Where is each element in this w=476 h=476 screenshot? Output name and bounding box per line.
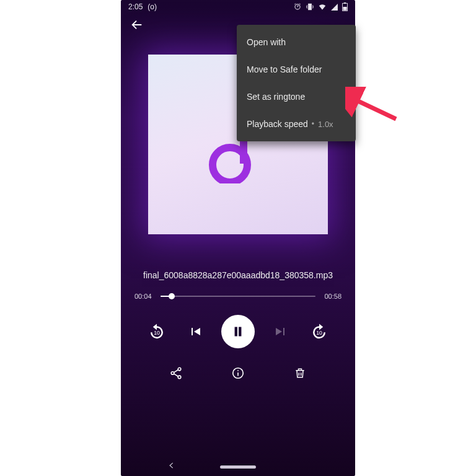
vibrate-icon [306,2,314,11]
alarm-icon [293,2,302,11]
secondary-controls [121,361,355,386]
nav-home-pill[interactable] [220,465,256,469]
progress-row: 00:04 00:58 [121,291,355,301]
overflow-menu: Open with Move to Safe folder Set as rin… [237,25,356,141]
svg-line-16 [351,98,396,119]
menu-speed-value: 1.0x [318,120,333,129]
back-button[interactable] [127,15,147,35]
svg-point-5 [213,148,247,182]
next-button[interactable] [268,319,293,344]
total-time: 00:58 [322,293,342,300]
track-filename: final_6008a8828a287e00aaadbd18_380358.mp… [121,270,355,280]
status-time: 2:05 [128,2,143,11]
system-nav-bar [121,457,355,476]
seek-bar[interactable] [161,291,315,301]
menu-separator-dot: • [312,120,314,128]
status-rec-indicator: (o) [148,2,157,11]
menu-open-with[interactable]: Open with [237,29,356,56]
svg-text:10: 10 [316,330,322,336]
menu-open-with-label: Open with [247,37,286,47]
share-button[interactable] [164,361,188,386]
signal-icon [330,3,338,11]
battery-icon [342,2,348,11]
menu-move-to-safe[interactable]: Move to Safe folder [237,56,356,83]
nav-back-icon[interactable] [167,461,176,472]
forward-10-button[interactable]: 10 [307,319,332,344]
menu-set-ringtone-label: Set as ringtone [247,92,305,102]
status-bar: 2:05 (o) [121,0,355,14]
menu-playback-speed[interactable]: Playback speed • 1.0x [237,110,356,138]
playback-controls: 10 10 [121,315,355,348]
menu-set-ringtone[interactable]: Set as ringtone [237,83,356,110]
pause-button[interactable] [221,315,255,348]
svg-text:10: 10 [154,330,160,336]
previous-button[interactable] [183,319,208,344]
rewind-10-button[interactable]: 10 [144,319,169,344]
svg-point-13 [237,370,239,371]
menu-playback-speed-label: Playback speed [247,119,308,129]
svg-rect-1 [344,2,346,4]
wifi-icon [318,2,327,11]
delete-button[interactable] [288,361,312,386]
svg-rect-2 [343,7,346,11]
elapsed-time: 00:04 [134,293,154,300]
menu-move-to-safe-label: Move to Safe folder [247,64,322,74]
info-button[interactable] [226,361,250,386]
